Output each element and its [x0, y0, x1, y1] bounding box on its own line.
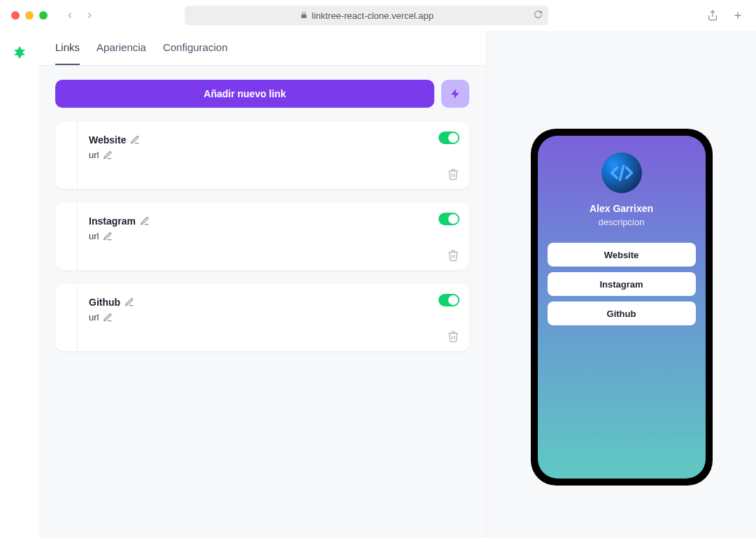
linktree-logo-icon[interactable]	[11, 45, 28, 62]
traffic-lights	[11, 11, 48, 20]
refresh-icon[interactable]	[534, 10, 543, 21]
svg-line-3	[620, 165, 624, 181]
link-url-row: url	[89, 312, 458, 323]
link-title-row: Website	[89, 134, 458, 146]
forward-button[interactable]	[81, 7, 98, 24]
edit-title-icon[interactable]	[130, 135, 140, 145]
tabs: Links Apariencia Configuracion	[38, 31, 486, 66]
link-toggle[interactable]	[438, 294, 459, 306]
chrome-right	[706, 8, 745, 22]
drag-handle[interactable]	[55, 284, 78, 351]
phone-screen: Alex Garrixen descripcion Website Instag…	[538, 136, 706, 479]
card-body: Website url	[78, 122, 469, 189]
preview-link-label: Website	[604, 250, 639, 260]
edit-url-icon[interactable]	[103, 150, 113, 160]
tab-links[interactable]: Links	[55, 31, 80, 65]
share-icon[interactable]	[706, 8, 720, 22]
preview-link[interactable]: Instagram	[548, 272, 696, 296]
edit-title-icon[interactable]	[140, 216, 150, 226]
link-card: Github url	[55, 284, 469, 351]
top-row: Añadir nuevo link	[55, 80, 469, 108]
preview-link[interactable]: Github	[548, 302, 696, 325]
link-title: Website	[89, 134, 126, 146]
browser-chrome: linktree-react-clone.vercel.app	[0, 0, 756, 31]
url-text: linktree-react-clone.vercel.app	[312, 10, 434, 21]
card-body: Instagram url	[78, 203, 469, 270]
drag-handle[interactable]	[55, 203, 78, 270]
link-url: url	[89, 150, 99, 160]
card-body: Github url	[78, 284, 469, 351]
url-bar[interactable]: linktree-react-clone.vercel.app	[185, 6, 548, 25]
tab-label: Apariencia	[97, 41, 146, 53]
link-title: Github	[89, 297, 120, 308]
code-icon	[610, 161, 634, 185]
add-link-button[interactable]: Añadir nuevo link	[55, 80, 434, 108]
new-tab-icon[interactable]	[731, 8, 745, 22]
link-title-row: Github	[89, 297, 458, 308]
app-root: Links Apariencia Configuracion Añadir nu…	[0, 31, 756, 538]
edit-title-icon[interactable]	[124, 297, 134, 307]
nav-arrows	[62, 7, 98, 24]
tab-configuracion[interactable]: Configuracion	[163, 31, 228, 65]
close-window-button[interactable]	[11, 11, 20, 20]
link-toggle[interactable]	[438, 132, 459, 144]
bolt-icon	[450, 88, 461, 99]
drag-handle[interactable]	[55, 122, 78, 189]
delete-link-icon[interactable]	[447, 330, 459, 343]
edit-url-icon[interactable]	[103, 232, 113, 241]
tab-apariencia[interactable]: Apariencia	[97, 31, 146, 65]
delete-link-icon[interactable]	[447, 168, 459, 180]
preview-column: Alex Garrixen descripcion Website Instag…	[487, 31, 756, 538]
content-area: Añadir nuevo link Website url	[38, 66, 486, 538]
tab-label: Configuracion	[163, 41, 228, 53]
link-url-row: url	[89, 231, 458, 241]
avatar	[601, 153, 642, 193]
preview-link-label: Github	[607, 309, 636, 319]
quick-action-button[interactable]	[441, 80, 469, 108]
lock-icon	[300, 11, 308, 20]
link-toggle[interactable]	[438, 213, 459, 225]
link-url: url	[89, 231, 99, 241]
preview-link-label: Instagram	[599, 279, 643, 290]
edit-url-icon[interactable]	[103, 313, 113, 323]
back-button[interactable]	[62, 7, 78, 24]
phone-frame: Alex Garrixen descripcion Website Instag…	[531, 129, 713, 486]
link-card: Instagram url	[55, 203, 469, 270]
main-column: Links Apariencia Configuracion Añadir nu…	[38, 31, 487, 538]
delete-link-icon[interactable]	[447, 249, 459, 262]
left-rail	[0, 31, 38, 538]
link-title-row: Instagram	[89, 215, 458, 227]
link-url-row: url	[89, 150, 458, 160]
tab-label: Links	[55, 41, 80, 53]
link-title: Instagram	[89, 215, 136, 227]
preview-link[interactable]: Website	[548, 243, 696, 267]
profile-name: Alex Garrixen	[590, 203, 653, 214]
link-card: Website url	[55, 122, 469, 189]
link-url: url	[89, 312, 99, 323]
minimize-window-button[interactable]	[25, 11, 34, 20]
profile-description: descripcion	[599, 217, 645, 227]
maximize-window-button[interactable]	[39, 11, 48, 20]
